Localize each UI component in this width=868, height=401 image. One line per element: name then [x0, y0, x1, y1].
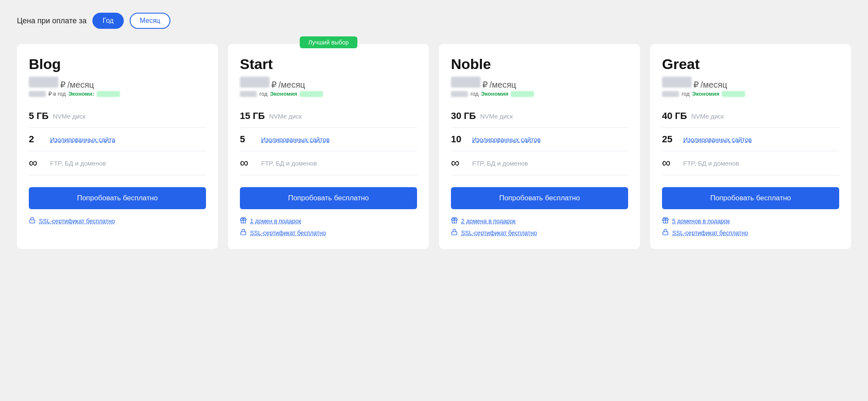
- bonus-item[interactable]: SSL-сертификат бесплатно: [29, 217, 206, 225]
- disk-feature: 40 ГБ NVMe диск: [662, 105, 839, 128]
- economy-keyword: Экономия: [270, 91, 297, 97]
- economy-amount-blurred: [240, 91, 257, 97]
- bonus-item[interactable]: SSL-сертификат бесплатно: [662, 229, 839, 237]
- price-value: [662, 77, 692, 88]
- price-row: ₽ /месяц: [29, 77, 206, 90]
- price-value: [29, 77, 58, 88]
- bonuses-list: SSL-сертификат бесплатно: [29, 217, 206, 225]
- bonus-item[interactable]: SSL-сертификат бесплатно: [451, 229, 628, 237]
- try-free-button[interactable]: Попробовать бесплатно: [29, 187, 206, 209]
- try-free-button[interactable]: Попробовать бесплатно: [451, 187, 628, 209]
- bonus-label[interactable]: 5 доменов в подарок: [672, 218, 730, 224]
- price-value: [451, 77, 481, 88]
- features-list: 30 ГБ NVMe диск 10 Изолированных сайтов …: [451, 105, 628, 175]
- best-choice-badge: Лучший выбор: [300, 36, 357, 48]
- disk-label: NVMe диск: [691, 113, 724, 120]
- economy-amount-blurred: [451, 91, 468, 97]
- sites-feature: 25 Изолированных сайтов: [662, 128, 839, 151]
- price-toggle-row: Цена при оплате за Год Месяц: [17, 13, 851, 29]
- sites-feature: 2 Изолированных сайта: [29, 128, 206, 151]
- gift-icon: [662, 217, 669, 225]
- plan-name: Great: [662, 56, 839, 72]
- economy-amount-blurred: [29, 91, 46, 97]
- disk-feature: 5 ГБ NVMe диск: [29, 105, 206, 128]
- price-currency: ₽: [693, 80, 699, 90]
- infinity-feature: ∞ FTP, БД и доменов: [29, 151, 206, 175]
- disk-qty: 30 ГБ: [451, 111, 476, 122]
- infinity-feature: ∞ FTP, БД и доменов: [240, 151, 417, 175]
- disk-feature: 15 ГБ NVMe диск: [240, 105, 417, 128]
- price-value: [240, 77, 270, 88]
- try-free-button[interactable]: Попробовать бесплатно: [240, 187, 417, 209]
- economy-value-blurred: [511, 91, 534, 97]
- price-row: ₽ /месяц: [240, 77, 417, 90]
- plan-name: Start: [240, 56, 417, 72]
- features-list: 15 ГБ NVMe диск 5 Изолированных сайтов ∞…: [240, 105, 417, 175]
- plan-name: Blog: [29, 56, 206, 72]
- disk-qty: 5 ГБ: [29, 111, 49, 122]
- sites-label[interactable]: Изолированных сайтов: [683, 136, 752, 143]
- lock-icon: [662, 229, 669, 237]
- bonus-label[interactable]: 2 домена в подарок: [461, 218, 516, 224]
- toggle-month-button[interactable]: Месяц: [130, 13, 170, 29]
- economy-keyword: Экономи:: [68, 91, 94, 97]
- disk-qty: 15 ГБ: [240, 111, 265, 122]
- disk-qty: 40 ГБ: [662, 111, 687, 122]
- gift-icon: [240, 217, 247, 225]
- plans-container: Blog ₽ /месяц ₽ в год Экономи: 5 ГБ NVMe…: [17, 44, 851, 249]
- sites-qty: 10: [451, 134, 468, 145]
- plan-card-great: Great ₽ /месяц год Экономия 40 ГБ NVMe д…: [650, 44, 851, 249]
- infinity-label: FTP, БД и доменов: [472, 160, 528, 167]
- lock-icon: [240, 229, 247, 237]
- infinity-symbol: ∞: [662, 157, 679, 169]
- bonuses-list: 2 домена в подарок SSL-сертификат беспла…: [451, 217, 628, 237]
- disk-label: NVMe диск: [269, 113, 302, 120]
- price-currency: ₽: [482, 80, 488, 90]
- bonus-label[interactable]: SSL-сертификат бесплатно: [250, 230, 326, 236]
- bonus-item[interactable]: SSL-сертификат бесплатно: [240, 229, 417, 237]
- infinity-label: FTP, БД и доменов: [261, 160, 317, 167]
- price-toggle-label: Цена при оплате за: [17, 17, 86, 25]
- economy-value-blurred: [97, 91, 120, 97]
- bonus-label[interactable]: SSL-сертификат бесплатно: [672, 230, 748, 236]
- infinity-symbol: ∞: [451, 157, 468, 169]
- toggle-year-button[interactable]: Год: [92, 13, 123, 29]
- sites-label[interactable]: Изолированных сайта: [50, 136, 115, 143]
- infinity-symbol: ∞: [240, 157, 257, 169]
- try-free-button[interactable]: Попробовать бесплатно: [662, 187, 839, 209]
- lock-icon: [29, 217, 36, 225]
- economy-prefix: год: [259, 91, 267, 97]
- economy-prefix: год: [470, 91, 479, 97]
- price-row: ₽ /месяц: [451, 77, 628, 90]
- economy-amount-blurred: [662, 91, 679, 97]
- plan-card-start: Лучший выбор Start ₽ /месяц год Экономия…: [228, 44, 429, 249]
- plan-card-noble: Noble ₽ /месяц год Экономия 30 ГБ NVMe д…: [439, 44, 640, 249]
- economy-prefix: ₽ в год: [48, 91, 66, 97]
- infinity-feature: ∞ FTP, БД и доменов: [451, 151, 628, 175]
- svg-rect-3: [241, 232, 246, 235]
- disk-label: NVMe диск: [53, 113, 86, 120]
- features-list: 40 ГБ NVMe диск 25 Изолированных сайтов …: [662, 105, 839, 175]
- price-currency: ₽: [60, 80, 66, 90]
- bonus-label[interactable]: 1 домен в подарок: [250, 218, 301, 224]
- bonus-label[interactable]: SSL-сертификат бесплатно: [39, 218, 115, 224]
- price-period: /месяц: [278, 80, 305, 90]
- economy-row: год Экономия: [662, 91, 839, 97]
- infinity-label: FTP, БД и доменов: [683, 160, 739, 167]
- sites-feature: 10 Изолированных сайтов: [451, 128, 628, 151]
- price-period: /месяц: [701, 80, 727, 90]
- bonuses-list: 1 домен в подарок SSL-сертификат бесплат…: [240, 217, 417, 237]
- sites-label[interactable]: Изолированных сайтов: [261, 136, 330, 143]
- svg-rect-6: [452, 232, 457, 235]
- sites-label[interactable]: Изолированных сайтов: [472, 136, 541, 143]
- bonus-item[interactable]: 2 домена в подарок: [451, 217, 628, 225]
- plan-name: Noble: [451, 56, 628, 72]
- bonus-item[interactable]: 5 доменов в подарок: [662, 217, 839, 225]
- price-row: ₽ /месяц: [662, 77, 839, 90]
- bonus-label[interactable]: SSL-сертификат бесплатно: [461, 230, 537, 236]
- bonus-item[interactable]: 1 домен в подарок: [240, 217, 417, 225]
- svg-rect-0: [30, 220, 35, 223]
- svg-rect-9: [663, 232, 668, 235]
- features-list: 5 ГБ NVMe диск 2 Изолированных сайта ∞ F…: [29, 105, 206, 175]
- economy-row: год Экономия: [451, 91, 628, 97]
